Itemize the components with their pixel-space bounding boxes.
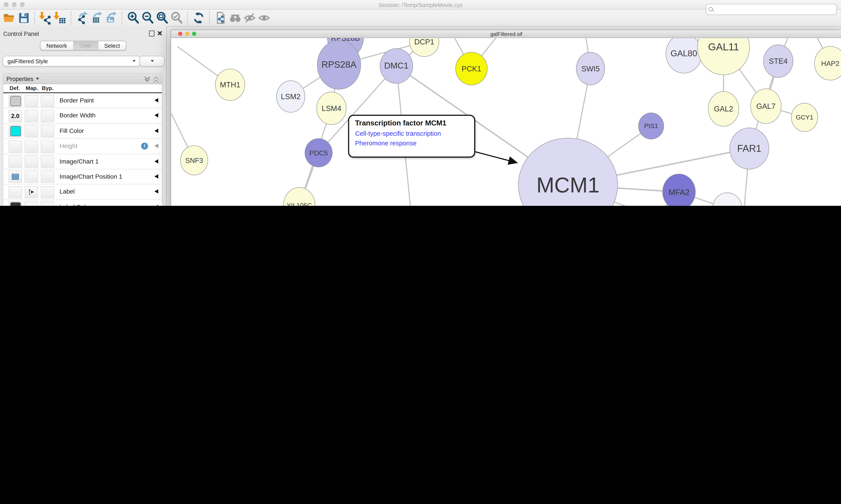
- node-lsm2[interactable]: LSM2: [276, 80, 305, 112]
- collapse-all-icon[interactable]: [154, 78, 158, 84]
- import-network-icon[interactable]: [38, 11, 53, 25]
- save-session-icon[interactable]: [17, 11, 31, 25]
- node-gal7[interactable]: GAL7: [750, 88, 782, 124]
- default-value-cell[interactable]: [8, 171, 22, 183]
- mapping-cell[interactable]: [25, 125, 38, 137]
- toolbar-separator: [187, 12, 189, 24]
- node-lsm4[interactable]: LSM4: [317, 92, 346, 125]
- node-far1[interactable]: FAR1: [730, 128, 769, 169]
- node-pis1[interactable]: PIS1: [638, 112, 664, 139]
- default-value-cell[interactable]: [8, 201, 22, 206]
- expand-property-icon[interactable]: [155, 128, 158, 133]
- property-row-image-chart-position-1[interactable]: Image/Chart Position 1: [3, 169, 162, 185]
- tab-select[interactable]: Select: [98, 41, 126, 50]
- property-row-height[interactable]: Heighti: [3, 139, 162, 154]
- mapping-cell[interactable]: [25, 156, 38, 168]
- network-from-selection-icon: [214, 11, 228, 25]
- search-input[interactable]: [716, 6, 836, 13]
- refresh-layout-icon[interactable]: [192, 11, 206, 25]
- default-value-cell[interactable]: 2.0: [8, 110, 22, 122]
- expand-property-icon[interactable]: [155, 98, 158, 103]
- bypass-cell[interactable]: [41, 171, 54, 183]
- node-snf3[interactable]: SNF3: [180, 145, 208, 175]
- bypass-cell[interactable]: [41, 140, 54, 152]
- bypass-cell[interactable]: [41, 201, 54, 206]
- properties-header[interactable]: Properties: [3, 74, 162, 84]
- node-swi5[interactable]: SWI5: [576, 52, 605, 85]
- expand-all-icon[interactable]: [145, 77, 149, 81]
- node-ste4[interactable]: STE4: [763, 44, 793, 78]
- bypass-cell[interactable]: [41, 110, 54, 122]
- annotation-link-2[interactable]: Pheromone response: [355, 138, 474, 148]
- expand-property-icon[interactable]: [155, 159, 158, 163]
- property-name: Image/Chart 1: [59, 158, 99, 164]
- node-rps28a[interactable]: RPS28A: [317, 40, 361, 90]
- expand-property-icon[interactable]: [155, 190, 158, 194]
- style-selector-value: galFiltered Style: [7, 58, 48, 64]
- property-row-label-color[interactable]: Label Color: [3, 200, 162, 206]
- style-selector[interactable]: galFiltered Style: [3, 56, 140, 67]
- node-dmc1[interactable]: DMC1: [380, 48, 413, 84]
- properties-columns: Def. Map. Byp.: [3, 84, 162, 93]
- property-row-label[interactable]: Label: [3, 184, 162, 200]
- property-name: Border Paint: [59, 97, 94, 103]
- node-pck1[interactable]: PCK1: [455, 52, 487, 85]
- default-value-cell[interactable]: [8, 140, 22, 152]
- cytoscape-app: Session: /Temp/SampleMovie.cys Control P…: [0, 0, 841, 206]
- expand-property-icon[interactable]: [155, 174, 158, 179]
- import-table-icon[interactable]: [53, 11, 68, 25]
- col-map: Map.: [26, 85, 42, 91]
- tab-network[interactable]: Network: [40, 41, 73, 50]
- property-name: Border Width: [59, 112, 95, 119]
- network-canvas[interactable]: Transcription factor MCM1 Cell-type-spec…: [171, 38, 841, 206]
- export-image-icon[interactable]: [104, 11, 119, 25]
- mapping-cell[interactable]: [25, 110, 38, 122]
- property-row-image-chart-1[interactable]: Image/Chart 1: [3, 154, 162, 169]
- search-field[interactable]: [706, 4, 837, 15]
- search-icon: [709, 7, 714, 12]
- node-mth1[interactable]: MTH1: [215, 69, 245, 101]
- color-swatch: [10, 126, 21, 137]
- default-value-cell[interactable]: [8, 156, 22, 168]
- mapping-cell[interactable]: [25, 94, 38, 107]
- default-value-cell[interactable]: [8, 94, 22, 107]
- bypass-cell[interactable]: [41, 186, 54, 198]
- node-gal2[interactable]: GAL2: [708, 91, 739, 127]
- tab-style[interactable]: Style: [73, 41, 98, 50]
- chevron-down-icon: [151, 60, 154, 62]
- network-window-title: galFiltered.sif: [171, 31, 841, 37]
- export-network-icon[interactable]: [75, 11, 90, 25]
- node-pdc5[interactable]: PDC5: [305, 138, 333, 167]
- expand-property-icon[interactable]: [155, 205, 158, 206]
- zoom-out-icon[interactable]: [141, 11, 155, 25]
- hide-selected-icon: [243, 11, 257, 25]
- info-icon[interactable]: i: [141, 143, 148, 150]
- color-swatch: [10, 96, 21, 106]
- open-session-icon[interactable]: [2, 11, 17, 25]
- mapping-cell[interactable]: [25, 140, 38, 152]
- mcm1-annotation[interactable]: Transcription factor MCM1 Cell-type-spec…: [348, 115, 475, 158]
- zoom-in-icon[interactable]: [126, 11, 141, 25]
- close-panel-icon[interactable]: [157, 31, 162, 36]
- default-value-cell[interactable]: [8, 125, 22, 137]
- property-row-border-paint[interactable]: Border Paint: [3, 93, 162, 109]
- float-panel-icon[interactable]: [149, 31, 155, 37]
- toolbar-separator: [122, 12, 123, 24]
- bypass-cell[interactable]: [41, 156, 54, 168]
- show-all-icon: [257, 11, 271, 25]
- zoom-fit-icon[interactable]: [155, 11, 169, 25]
- node-gcy1[interactable]: GCY1: [791, 103, 818, 132]
- mapping-cell[interactable]: [25, 171, 38, 183]
- expand-property-icon[interactable]: [155, 113, 158, 118]
- style-options-button[interactable]: [140, 56, 165, 67]
- bypass-cell[interactable]: [41, 94, 54, 107]
- bypass-cell[interactable]: [41, 125, 54, 137]
- annotation-link-1[interactable]: Cell-type-specific transcription: [355, 129, 474, 138]
- expand-property-icon[interactable]: [155, 144, 158, 148]
- default-value-cell[interactable]: [8, 186, 22, 198]
- property-row-border-width[interactable]: 2.0Border Width: [3, 109, 162, 124]
- mapping-cell[interactable]: [25, 186, 38, 198]
- property-row-fill-color[interactable]: Fill Color: [3, 124, 162, 139]
- mapping-cell[interactable]: [25, 201, 38, 206]
- export-table-icon[interactable]: [90, 11, 104, 25]
